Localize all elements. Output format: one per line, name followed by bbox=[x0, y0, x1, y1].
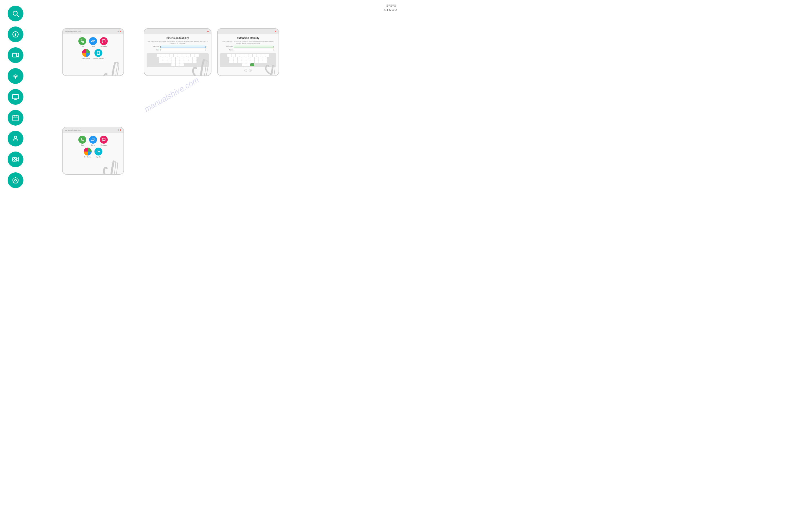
t3-key-k[interactable] bbox=[259, 57, 263, 60]
t3-key-a[interactable] bbox=[229, 57, 233, 60]
app-ext-mobility[interactable]: Extension Mobility bbox=[93, 49, 104, 59]
app4-sign-out-label: Sign Out bbox=[96, 156, 101, 158]
key-z[interactable] bbox=[163, 60, 167, 63]
key-h[interactable] bbox=[180, 57, 184, 60]
t3-key-shift[interactable] bbox=[229, 60, 233, 63]
sidebar-item-wifi[interactable] bbox=[8, 68, 23, 84]
key-t[interactable] bbox=[174, 54, 177, 57]
key-f[interactable] bbox=[171, 57, 175, 60]
app-circle-ext-mobility bbox=[94, 49, 102, 57]
key-shift[interactable] bbox=[159, 60, 163, 63]
t3-key-r[interactable] bbox=[240, 54, 244, 57]
key-u[interactable] bbox=[182, 54, 186, 57]
key-w[interactable] bbox=[161, 54, 165, 57]
t3-key-u[interactable] bbox=[253, 54, 257, 57]
t3-key-d[interactable] bbox=[238, 57, 242, 60]
svg-rect-11 bbox=[13, 115, 18, 121]
key-i[interactable] bbox=[186, 54, 190, 57]
t3-key-i[interactable] bbox=[257, 54, 261, 57]
sidebar-item-record[interactable] bbox=[8, 152, 23, 167]
app4-calls[interactable]: Calls bbox=[79, 136, 86, 146]
key-return[interactable] bbox=[180, 63, 184, 66]
key-v[interactable] bbox=[175, 60, 180, 63]
app4-sign-out[interactable]: Sign Out bbox=[94, 148, 102, 158]
key-g[interactable] bbox=[175, 57, 180, 60]
key-p[interactable] bbox=[195, 54, 199, 57]
app4-drives[interactable]: Drives bbox=[89, 136, 97, 146]
em-pin-label: PIN Code bbox=[149, 46, 159, 48]
key-y[interactable] bbox=[178, 54, 182, 57]
t3-key-c[interactable] bbox=[242, 60, 246, 63]
app4-circle-messages bbox=[100, 136, 108, 144]
app-circle-self-service bbox=[82, 49, 90, 57]
t3-key-e[interactable] bbox=[236, 54, 240, 57]
em-field-pin: PIN Code bbox=[149, 46, 206, 48]
svg-rect-5 bbox=[12, 54, 17, 57]
t3-key-f[interactable] bbox=[242, 57, 246, 60]
key-r[interactable] bbox=[169, 54, 173, 57]
em3-device-input[interactable] bbox=[234, 46, 273, 48]
sign-in-key[interactable]: Sign In bbox=[250, 63, 254, 66]
key-e[interactable] bbox=[165, 54, 169, 57]
app-self-service[interactable]: Self-Service bbox=[82, 49, 90, 59]
help-icon-info[interactable]: i bbox=[249, 69, 252, 72]
key-space[interactable] bbox=[175, 63, 180, 66]
key-a[interactable] bbox=[159, 57, 163, 60]
sidebar-item-contact[interactable] bbox=[8, 131, 23, 147]
app-row-2: Self-Service Extension Mobility bbox=[65, 49, 121, 59]
t3-key-l[interactable] bbox=[263, 57, 267, 60]
app-drives[interactable]: Drives bbox=[89, 37, 97, 47]
em-pin-input[interactable] bbox=[160, 46, 206, 48]
t3-key-t[interactable] bbox=[244, 54, 248, 57]
app-messages[interactable]: Messages bbox=[100, 37, 108, 47]
key-s[interactable] bbox=[163, 57, 167, 60]
tablet-3-title: Extension Mobility bbox=[237, 37, 259, 40]
t3-key-n[interactable] bbox=[255, 60, 259, 63]
app4-self-service[interactable]: Self-Service bbox=[84, 148, 92, 158]
sidebar-item-calendar[interactable] bbox=[8, 110, 23, 126]
t3-key-p[interactable] bbox=[265, 54, 269, 57]
t3-key-y[interactable] bbox=[248, 54, 252, 57]
sidebar-item-video[interactable] bbox=[8, 47, 23, 63]
app-self-service-label: Self-Service bbox=[82, 57, 90, 59]
tablet-2-header-icons bbox=[207, 31, 209, 32]
app4-circle-self-service bbox=[84, 148, 92, 156]
key-c[interactable] bbox=[171, 60, 175, 63]
key-d[interactable] bbox=[167, 57, 171, 60]
key-b[interactable] bbox=[180, 60, 184, 63]
t3-key-z[interactable] bbox=[234, 60, 238, 63]
t3-key-b[interactable] bbox=[250, 60, 254, 63]
status-dot bbox=[117, 31, 119, 32]
app-calls[interactable]: Calls bbox=[79, 37, 86, 47]
key-x[interactable] bbox=[167, 60, 171, 63]
t3-key-g[interactable] bbox=[246, 57, 250, 60]
t3-key-x[interactable] bbox=[238, 60, 242, 63]
tablet-1-email: someone@cisco.com bbox=[65, 31, 81, 33]
tablet-2-title: Extension Mobility bbox=[166, 37, 189, 40]
t3-key-s[interactable] bbox=[234, 57, 238, 60]
t3-key-h[interactable] bbox=[250, 57, 254, 60]
t3-key-o[interactable] bbox=[261, 54, 265, 57]
app4-messages[interactable]: Messages bbox=[100, 136, 108, 146]
sidebar-item-screen[interactable] bbox=[8, 89, 23, 105]
sidebar-item-settings[interactable] bbox=[8, 172, 23, 188]
key-q[interactable] bbox=[157, 54, 161, 57]
key-o[interactable] bbox=[191, 54, 195, 57]
t3-key-j[interactable] bbox=[255, 57, 259, 60]
app4-circle-calls bbox=[79, 136, 86, 144]
help-icon-question[interactable]: ? bbox=[245, 69, 247, 72]
sidebar-item-info[interactable] bbox=[8, 26, 23, 42]
key-num[interactable] bbox=[171, 63, 175, 66]
t3-key-space[interactable] bbox=[246, 63, 250, 66]
t3-key-backspace[interactable] bbox=[263, 60, 267, 63]
em-none-input[interactable] bbox=[160, 49, 206, 51]
em3-none-input[interactable] bbox=[234, 49, 273, 51]
t3-key-v[interactable] bbox=[246, 60, 250, 63]
sidebar-item-search[interactable] bbox=[8, 6, 23, 21]
t3-key-w[interactable] bbox=[232, 54, 236, 57]
t3-key-num[interactable] bbox=[242, 63, 246, 66]
app-drives-label: Drives bbox=[91, 46, 95, 47]
em3-device-label: Device ID bbox=[223, 46, 233, 48]
t3-key-m[interactable] bbox=[259, 60, 263, 63]
t3-key-q[interactable] bbox=[227, 54, 231, 57]
